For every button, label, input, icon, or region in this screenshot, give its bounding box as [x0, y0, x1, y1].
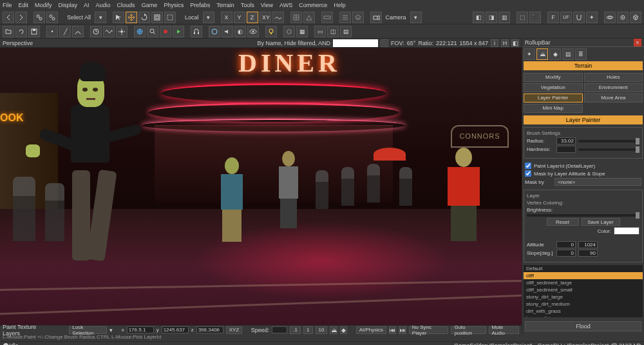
layer-painter-button[interactable]: Layer Painter: [524, 94, 583, 103]
helper-icon[interactable]: H: [501, 39, 509, 47]
wave-icon[interactable]: [103, 26, 115, 37]
vegetation-button[interactable]: Vegetation: [524, 83, 583, 92]
layers-icon[interactable]: [352, 12, 364, 23]
cube-icon[interactable]: [630, 12, 641, 23]
coord-x-input[interactable]: [127, 326, 154, 333]
menu-terrain[interactable]: Terrain: [216, 2, 234, 8]
play-icon[interactable]: [173, 26, 184, 37]
ruler-icon[interactable]: [321, 12, 333, 23]
headphones-icon[interactable]: [191, 26, 202, 37]
save-icon[interactable]: [28, 26, 40, 37]
search-input[interactable]: [333, 39, 378, 47]
mute-audio-button[interactable]: Mute Audio: [489, 326, 519, 334]
menu-prefabs[interactable]: Prefabs: [190, 2, 210, 8]
magnet-icon[interactable]: [573, 12, 585, 23]
object-collision-icon[interactable]: ◆: [340, 326, 347, 334]
freeze-icon[interactable]: F: [547, 12, 559, 23]
mask-altitude-checkbox[interactable]: [525, 170, 531, 177]
win1-icon[interactable]: ▭: [314, 26, 326, 37]
tab-create-icon[interactable]: ✦: [524, 48, 535, 60]
paint-layerid-checkbox[interactable]: [525, 163, 531, 169]
menu-aws[interactable]: AWS: [279, 2, 292, 8]
layer-item[interactable]: stony_dirt_medium: [524, 301, 643, 308]
undo-icon[interactable]: [3, 12, 14, 23]
info-icon[interactable]: i: [491, 39, 498, 47]
brightness-slider[interactable]: [527, 214, 639, 217]
coord-z-input[interactable]: [196, 326, 223, 333]
menu-game[interactable]: Game: [142, 2, 158, 8]
dropdown-icon[interactable]: ▾: [95, 12, 106, 23]
modify-button[interactable]: Modify: [524, 73, 583, 82]
axis-z[interactable]: Z: [247, 12, 258, 23]
layer-list[interactable]: Default cliff cliff_sediment_large cliff…: [524, 265, 643, 317]
layer-item[interactable]: cliff_sediment_small: [524, 286, 643, 293]
layer-item[interactable]: cliff_sediment_large: [524, 279, 643, 286]
move-icon[interactable]: [126, 12, 137, 23]
menu-ai[interactable]: AI: [84, 2, 90, 8]
holes-button[interactable]: Holes: [584, 73, 643, 82]
camera-icon[interactable]: [370, 12, 382, 23]
sun-icon[interactable]: [116, 26, 128, 37]
mini-map-button[interactable]: Mini Map: [524, 104, 583, 113]
axis-xy-icon[interactable]: XY: [260, 12, 271, 23]
rotate-icon[interactable]: [138, 12, 150, 23]
menu-audio[interactable]: Audio: [96, 2, 111, 8]
eye-icon[interactable]: [247, 26, 259, 37]
layer-item[interactable]: stony_dirt_large: [524, 293, 643, 301]
menu-commerce[interactable]: Commerce: [299, 2, 327, 8]
toggle-icon[interactable]: ◧: [511, 39, 519, 47]
tab-layers-icon[interactable]: ≣: [575, 48, 587, 60]
tool-e-icon[interactable]: ⬛: [529, 12, 541, 23]
snap-angle-icon[interactable]: [303, 12, 315, 23]
menu-physics[interactable]: Physics: [164, 2, 184, 8]
tool-c-icon[interactable]: ▥: [498, 12, 510, 23]
menu-display[interactable]: Display: [59, 2, 78, 8]
viewport-label[interactable]: Perspective: [3, 40, 33, 46]
menu-help[interactable]: Help: [334, 2, 346, 8]
flood-button[interactable]: Flood: [525, 321, 641, 331]
menu-view[interactable]: View: [261, 2, 273, 8]
tool-d-icon[interactable]: ⬚: [516, 12, 528, 23]
ai-physics-button[interactable]: AI/Physics: [356, 326, 386, 334]
lock-dropdown-icon[interactable]: ▾: [109, 327, 113, 333]
win3-icon[interactable]: ▤: [340, 26, 352, 37]
altitude-min-input[interactable]: [556, 241, 576, 248]
menu-tools[interactable]: Tools: [241, 2, 254, 8]
xyz-button[interactable]: XYZ: [226, 326, 243, 334]
altitude-max-input[interactable]: [578, 241, 598, 248]
terrain-collision-icon[interactable]: ⛰: [330, 326, 337, 334]
terrain-follow-icon[interactable]: [272, 12, 284, 23]
goto-position-button[interactable]: Goto position: [451, 326, 486, 334]
viewport-3d[interactable]: OOK DINER CONNORS: [0, 48, 522, 325]
object-list-icon[interactable]: [339, 12, 351, 23]
mask-icon[interactable]: ◐: [234, 26, 246, 37]
speed-10-button[interactable]: 10: [316, 326, 328, 334]
speed-01-button[interactable]: .1: [290, 326, 301, 334]
dropdown2-icon[interactable]: ▾: [203, 12, 214, 23]
select-all-label[interactable]: Select All: [64, 14, 93, 21]
gear-icon[interactable]: [617, 12, 629, 23]
lock-selection-button[interactable]: Lock Selection: [69, 326, 107, 334]
dropdown3-icon[interactable]: ▾: [410, 12, 422, 23]
slope-max-input[interactable]: [578, 250, 598, 257]
open-icon[interactable]: [3, 26, 14, 37]
nav-icon[interactable]: ⬡: [283, 26, 295, 37]
step-back-icon[interactable]: ⏮: [389, 326, 396, 334]
clock-icon[interactable]: [90, 26, 102, 37]
radius-slider[interactable]: [578, 140, 639, 143]
select-area-icon[interactable]: [164, 12, 176, 23]
point-icon[interactable]: •: [46, 26, 58, 37]
radius-input[interactable]: [556, 137, 576, 144]
bulb-icon[interactable]: [265, 26, 277, 37]
speed-input[interactable]: [272, 326, 287, 333]
reset-button[interactable]: Reset: [547, 218, 579, 226]
layer-item[interactable]: Default: [524, 265, 643, 272]
scale-icon[interactable]: [151, 12, 163, 23]
navmesh-icon[interactable]: ▦: [296, 26, 308, 37]
no-sync-button[interactable]: No Sync Player: [409, 326, 449, 334]
select-icon[interactable]: [113, 12, 124, 23]
move-area-button[interactable]: Move Area: [584, 94, 643, 103]
slope-min-input[interactable]: [556, 250, 576, 257]
layer-item[interactable]: lumpy_dirt: [524, 315, 643, 317]
reload-icon[interactable]: [15, 26, 27, 37]
